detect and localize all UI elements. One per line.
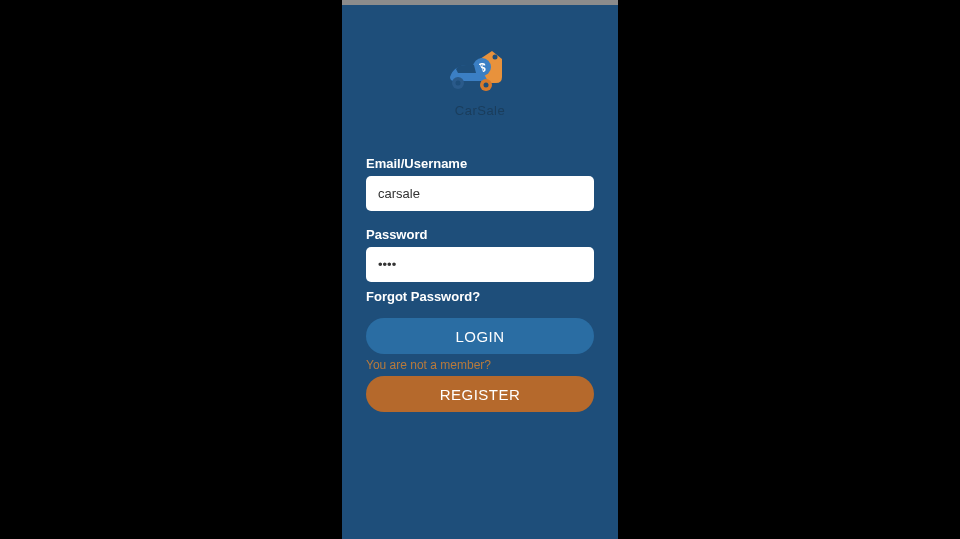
login-button[interactable]: LOGIN: [366, 318, 594, 354]
password-field[interactable]: [366, 247, 594, 282]
email-label: Email/Username: [366, 156, 594, 171]
brand-name: CarSale: [455, 103, 505, 118]
email-field[interactable]: [366, 176, 594, 211]
forgot-password-link[interactable]: Forgot Password?: [366, 289, 594, 304]
register-button[interactable]: REGISTER: [366, 376, 594, 412]
logo-section: $ CarSale: [366, 47, 594, 118]
carsale-logo-icon: $: [444, 47, 516, 97]
login-screen: $ CarSale Email/Username Password Forgot…: [342, 5, 618, 539]
svg-point-6: [484, 83, 489, 88]
phone-frame: $ CarSale Email/Username Password Forgot…: [342, 0, 618, 539]
password-label: Password: [366, 227, 594, 242]
not-member-label: You are not a member?: [366, 358, 594, 372]
svg-point-0: [493, 55, 498, 60]
svg-point-4: [456, 81, 461, 86]
